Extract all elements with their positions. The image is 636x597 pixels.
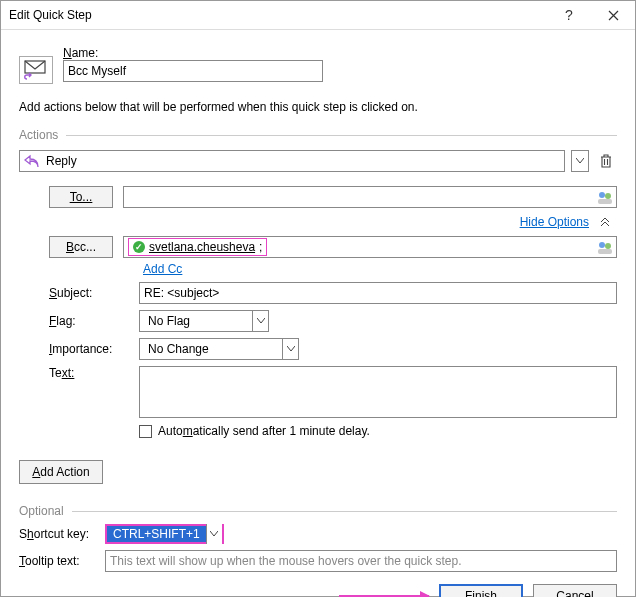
flag-select[interactable]: No Flag	[139, 310, 269, 332]
svg-point-2	[605, 193, 611, 199]
instructions-text: Add actions below that will be performed…	[19, 100, 617, 114]
trash-icon	[599, 153, 613, 169]
add-action-button[interactable]: Add Action	[19, 460, 103, 484]
dialog-window: Edit Quick Step ? Name: Add actions belo…	[0, 0, 636, 597]
subject-input[interactable]	[139, 282, 617, 304]
bcc-button[interactable]: Bcc...	[49, 236, 113, 258]
action-row: Reply	[19, 150, 617, 172]
quickstep-icon-button[interactable]	[19, 56, 53, 84]
titlebar-buttons: ?	[547, 1, 635, 29]
finish-button[interactable]: Finish	[439, 584, 523, 597]
chevron-down-icon	[210, 531, 218, 537]
dialog-content: Name: Add actions below that will be per…	[1, 30, 635, 597]
to-button[interactable]: To...	[49, 186, 113, 208]
chevron-double-up-icon	[600, 217, 610, 227]
bcc-recipient-chip[interactable]: ✓ svetlana.cheusheva;	[128, 238, 267, 256]
tooltip-label: Tooltip text:	[19, 554, 95, 568]
chevron-down-icon	[287, 346, 295, 352]
importance-select[interactable]: No Change	[139, 338, 299, 360]
check-icon: ✓	[133, 241, 145, 253]
titlebar: Edit Quick Step ?	[1, 1, 635, 30]
actions-label: Actions	[19, 128, 58, 142]
collapse-button[interactable]	[597, 214, 613, 230]
address-book-icon[interactable]	[596, 188, 614, 206]
envelope-reply-icon	[23, 59, 49, 81]
flag-label: Flag:	[49, 314, 129, 328]
optional-section-header: Optional	[19, 504, 617, 518]
help-button[interactable]: ?	[547, 1, 591, 29]
delete-action-button[interactable]	[595, 150, 617, 172]
shortcut-label: Shortcut key:	[19, 527, 95, 541]
action-details: To... Hide Options Bcc... ✓	[49, 180, 617, 438]
auto-send-label: Automatically send after 1 minute delay.	[158, 424, 370, 438]
shortcut-select[interactable]: CTRL+SHIFT+1	[105, 524, 224, 544]
optional-label: Optional	[19, 504, 64, 518]
close-icon	[608, 10, 619, 21]
chevron-down-icon	[576, 158, 584, 164]
to-input[interactable]	[123, 186, 617, 208]
cancel-button[interactable]: Cancel	[533, 584, 617, 597]
tooltip-input[interactable]: This text will show up when the mouse ho…	[105, 550, 617, 572]
window-title: Edit Quick Step	[9, 8, 547, 22]
importance-label: Importance:	[49, 342, 129, 356]
actions-section-header: Actions	[19, 128, 617, 142]
svg-rect-3	[598, 199, 612, 204]
name-input[interactable]	[63, 60, 323, 82]
text-input[interactable]	[139, 366, 617, 418]
address-book-icon[interactable]	[596, 238, 614, 256]
close-button[interactable]	[591, 1, 635, 29]
svg-point-5	[605, 243, 611, 249]
subject-label: Subject:	[49, 286, 129, 300]
bcc-input[interactable]: ✓ svetlana.cheusheva;	[123, 236, 617, 258]
svg-point-1	[599, 192, 605, 198]
action-type-value: Reply	[46, 154, 77, 168]
action-type-select[interactable]: Reply	[19, 150, 565, 172]
name-row: Name:	[19, 46, 617, 84]
text-label: Text:	[49, 366, 129, 380]
name-label: Name:	[63, 46, 617, 60]
reply-icon	[24, 154, 40, 168]
auto-send-checkbox[interactable]	[139, 425, 152, 438]
button-bar: Finish Cancel	[19, 584, 617, 597]
svg-point-4	[599, 242, 605, 248]
chevron-down-icon	[257, 318, 265, 324]
add-cc-link[interactable]: Add Cc	[143, 262, 182, 276]
hide-options-link[interactable]: Hide Options	[520, 215, 589, 229]
action-type-dropdown-button[interactable]	[571, 150, 589, 172]
svg-rect-6	[598, 249, 612, 254]
